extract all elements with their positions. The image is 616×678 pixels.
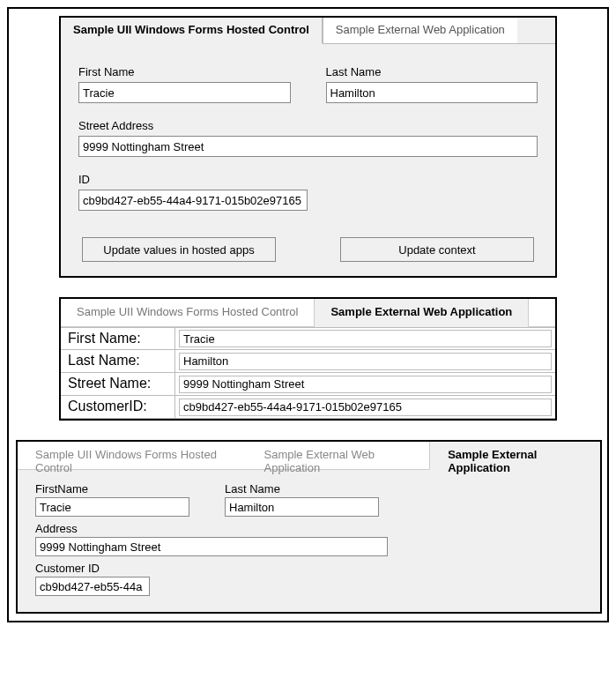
first-name-label: First Name: [61, 328, 175, 349]
tab-winforms-hosted[interactable]: Sample UII Windows Forms Hosted Control [61, 18, 323, 44]
street-name-input[interactable] [179, 376, 552, 393]
panel3-body: FirstName Last Name Address Customer ID [18, 470, 600, 612]
tab-external-web-app[interactable]: Sample External Web Application [323, 18, 517, 44]
last-name-input[interactable] [326, 82, 538, 103]
first-name-label: FirstName [35, 482, 189, 495]
panel2-tabstrip-filler [529, 299, 555, 327]
address-label: Address [35, 522, 583, 535]
tab-winforms-hosted[interactable]: Sample UII Windows Forms Hosted Control [18, 442, 247, 470]
street-name-label: Street Name: [61, 373, 175, 395]
address-input[interactable] [35, 537, 388, 556]
customer-id-label: CustomerID: [61, 396, 175, 418]
outer-frame: Sample UII Windows Forms Hosted Control … [7, 7, 609, 622]
panel1-tabstrip-filler [517, 18, 555, 44]
panel-external-web-app: Sample UII Windows Forms Hosted Control … [59, 297, 557, 421]
panel-winforms-hosted: Sample UII Windows Forms Hosted Control … [59, 16, 557, 278]
panel2-tabstrip: Sample UII Windows Forms Hosted Control … [61, 299, 555, 327]
last-name-label: Last Name [225, 482, 379, 495]
update-context-button[interactable]: Update context [340, 237, 534, 262]
tab-winforms-hosted[interactable]: Sample UII Windows Forms Hosted Control [61, 299, 315, 327]
last-name-label: Last Name [326, 65, 538, 78]
panel-external-app: Sample UII Windows Forms Hosted Control … [16, 440, 602, 614]
first-name-input[interactable] [35, 497, 189, 517]
id-input[interactable] [78, 190, 308, 211]
street-address-input[interactable] [78, 136, 538, 157]
last-name-label: Last Name: [61, 350, 175, 372]
first-name-input[interactable] [78, 82, 291, 103]
tab-external-app[interactable]: Sample External Application [429, 442, 600, 470]
panel2-body: First Name: Last Name: Street Name: Cust… [61, 327, 555, 419]
first-name-label: First Name [78, 65, 291, 78]
street-address-label: Street Address [78, 119, 538, 132]
panel1-body: First Name Last Name Street Address ID U… [61, 44, 555, 276]
last-name-input[interactable] [179, 353, 552, 370]
tab-external-web-app[interactable]: Sample External Web Application [315, 299, 529, 327]
update-hosted-apps-button[interactable]: Update values in hosted apps [82, 237, 276, 262]
tab-external-web-app[interactable]: Sample External Web Application [247, 442, 430, 470]
panel3-tabstrip: Sample UII Windows Forms Hosted Control … [18, 442, 600, 470]
last-name-input[interactable] [225, 497, 379, 517]
customer-id-label: Customer ID [35, 562, 583, 575]
customer-id-input[interactable] [179, 399, 552, 416]
customer-id-input[interactable] [35, 577, 150, 596]
first-name-input[interactable] [179, 330, 552, 347]
panel1-tabstrip: Sample UII Windows Forms Hosted Control … [61, 18, 555, 44]
id-label: ID [78, 173, 538, 186]
